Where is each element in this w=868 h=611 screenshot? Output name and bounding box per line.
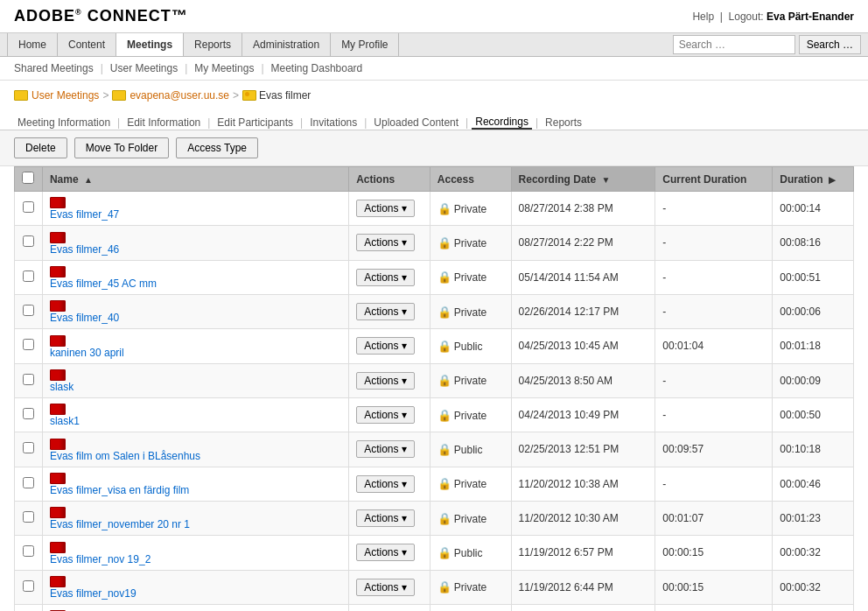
th-recording-date[interactable]: Recording Date ▼	[511, 167, 655, 192]
subnav-user-meetings[interactable]: User Meetings	[110, 62, 178, 74]
actions-button[interactable]: Actions ▾	[356, 406, 415, 424]
main-nav: Home Content Meetings Reports Administra…	[0, 33, 868, 57]
subnav-meeting-dashboard[interactable]: Meeting Dashboard	[271, 62, 363, 74]
access-label: Private	[454, 478, 486, 490]
duration: 00:08:16	[773, 226, 854, 260]
row-checkbox[interactable]	[23, 270, 34, 282]
actions-button[interactable]: Actions ▾	[356, 372, 415, 390]
row-checkbox[interactable]	[23, 442, 34, 453]
search-input[interactable]	[673, 35, 795, 54]
folder-icon-1	[14, 90, 28, 101]
tab-reports[interactable]: Reports	[542, 116, 585, 129]
th-name[interactable]: Name ▲	[42, 167, 348, 192]
folder-icon-2	[112, 90, 126, 101]
nav-myprofile[interactable]: My Profile	[331, 33, 399, 56]
breadcrumb-arrow-2: >	[233, 89, 239, 102]
recording-name-link[interactable]: slask1	[50, 415, 341, 427]
recording-name-link[interactable]: Evas filmer_november 20 nr 1	[50, 518, 341, 530]
row-checkbox[interactable]	[23, 374, 34, 385]
tab-edit-participants[interactable]: Edit Participants	[214, 116, 297, 129]
table-row: Evas filmer_40Actions ▾🔒Private02/26/201…	[15, 294, 854, 328]
logout-label: Logout:	[729, 11, 764, 23]
recording-icon	[50, 576, 66, 587]
recording-date: 11/19/2012 6:44 PM	[511, 570, 655, 604]
duration: 00:00:50	[773, 397, 854, 432]
move-to-folder-button[interactable]: Move To Folder	[74, 137, 169, 158]
current-duration: 00:00:31	[655, 604, 773, 611]
actions-button[interactable]: Actions ▾	[356, 337, 415, 355]
breadcrumb-user-meetings[interactable]: User Meetings	[32, 89, 99, 102]
tab-edit-information[interactable]: Edit Information	[123, 116, 204, 129]
recording-name-link[interactable]: Evas filmer_46	[50, 243, 341, 256]
current-duration: -	[655, 260, 773, 294]
row-checkbox[interactable]	[23, 580, 34, 592]
actions-button[interactable]: Actions ▾	[356, 269, 415, 286]
lock-icon: 🔒	[438, 306, 452, 319]
nav-home[interactable]: Home	[7, 33, 58, 56]
recording-name-link[interactable]: kaninen 30 april	[50, 347, 341, 359]
table-body: Evas filmer_47Actions ▾🔒Private08/27/201…	[15, 192, 854, 612]
current-duration: -	[655, 226, 773, 260]
actions-button[interactable]: Actions ▾	[356, 440, 415, 458]
row-checkbox[interactable]	[23, 477, 34, 488]
duration-sort-icon: ▶	[829, 175, 836, 185]
actions-button[interactable]: Actions ▾	[356, 234, 415, 251]
table-row: Evas filmer_november 20 nr 1Actions ▾🔒Pr…	[15, 501, 854, 535]
recording-date: 05/14/2014 11:54 AM	[511, 260, 655, 294]
select-all-checkbox[interactable]	[22, 172, 34, 184]
nav-meetings[interactable]: Meetings	[116, 33, 184, 56]
recording-name-link[interactable]: slask	[50, 381, 341, 393]
breadcrumb-evas-filmer: Evas filmer	[259, 89, 311, 102]
recording-icon	[50, 232, 66, 243]
row-checkbox[interactable]	[23, 305, 34, 316]
delete-button[interactable]: Delete	[14, 137, 67, 158]
access-label: Private	[454, 410, 486, 422]
recording-name-link[interactable]: Evas filmer_nov19	[50, 587, 341, 600]
actions-button[interactable]: Actions ▾	[356, 509, 415, 527]
actions-button[interactable]: Actions ▾	[356, 475, 415, 493]
subnav-shared-meetings[interactable]: Shared Meetings	[14, 62, 94, 74]
recording-date: 04/25/2013 10:45 AM	[511, 329, 655, 363]
recording-name-link[interactable]: Evas filmer_45 AC mm	[50, 277, 341, 290]
recording-icon	[50, 266, 66, 277]
actions-button[interactable]: Actions ▾	[356, 303, 415, 320]
tab-meeting-information[interactable]: Meeting Information	[14, 116, 114, 129]
search-button[interactable]: Search …	[799, 35, 861, 54]
row-checkbox[interactable]	[23, 201, 34, 213]
nav-content[interactable]: Content	[58, 33, 116, 56]
recording-date: 02/25/2013 12:51 PM	[511, 432, 655, 467]
row-checkbox[interactable]	[23, 545, 34, 557]
tab-uploaded-content[interactable]: Uploaded Content	[370, 116, 462, 129]
recording-name-link[interactable]: Evas filmer_visa en färdig film	[50, 484, 341, 496]
subnav-sep-2: |	[185, 62, 187, 74]
breadcrumb-email[interactable]: evapena@user.uu.se	[130, 89, 229, 102]
row-checkbox[interactable]	[23, 235, 34, 247]
row-checkbox[interactable]	[23, 339, 34, 350]
help-link[interactable]: Help	[692, 11, 714, 23]
tab-recordings[interactable]: Recordings	[472, 116, 532, 130]
subnav-my-meetings[interactable]: My Meetings	[194, 62, 254, 74]
nav-reports[interactable]: Reports	[184, 33, 242, 56]
th-duration[interactable]: Duration ▶	[773, 167, 854, 192]
recording-date: 11/20/2012 10:30 AM	[511, 501, 655, 535]
row-checkbox[interactable]	[23, 511, 34, 523]
access-label: Public	[454, 341, 483, 353]
recording-name-link[interactable]: Evas film om Salen i BLåsenhus	[50, 450, 341, 462]
access-label: Private	[454, 203, 486, 215]
nav-administration[interactable]: Administration	[242, 33, 331, 56]
recording-name-link[interactable]: Evas filmer_nov 19_2	[50, 553, 341, 565]
content-area: Name ▲ Actions Access Recording Date ▼ C…	[0, 166, 868, 611]
actions-button[interactable]: Actions ▾	[356, 544, 415, 561]
current-duration: -	[655, 294, 773, 328]
recording-name-link[interactable]: Evas filmer_47	[50, 208, 341, 221]
tab-invitations[interactable]: Invitations	[306, 116, 360, 129]
actions-button[interactable]: Actions ▾	[356, 200, 415, 217]
subnav-sep-1: |	[101, 62, 103, 74]
th-name-label: Name	[50, 173, 79, 186]
row-checkbox[interactable]	[23, 408, 34, 419]
table-row: Evas filmer_46Actions ▾🔒Private08/27/201…	[15, 226, 854, 260]
actions-button[interactable]: Actions ▾	[356, 579, 415, 596]
current-duration: 00:09:57	[655, 432, 773, 467]
recording-name-link[interactable]: Evas filmer_40	[50, 312, 341, 324]
access-type-button[interactable]: Access Type	[176, 137, 258, 158]
